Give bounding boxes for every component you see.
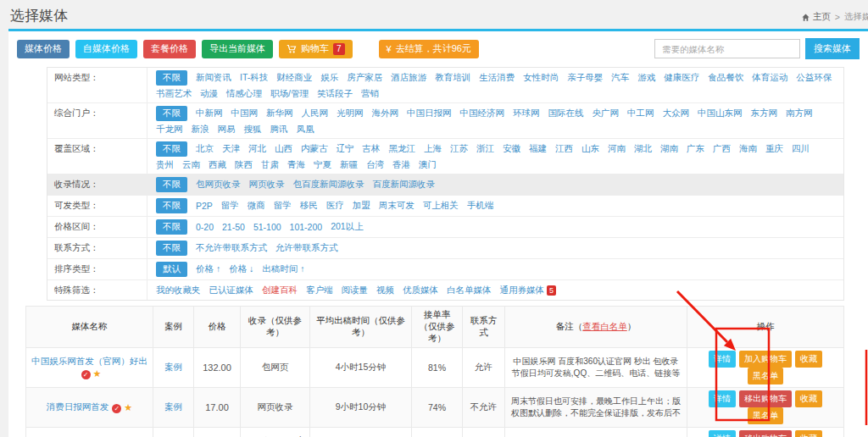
filter-option[interactable]: 加盟 — [353, 200, 370, 212]
filter-option-selected[interactable]: 不限 — [156, 177, 187, 192]
filter-option[interactable]: 亲子母婴 — [567, 72, 603, 84]
filter-option[interactable]: 食品餐饮 — [708, 72, 743, 84]
filter-option[interactable]: 北京 — [196, 143, 214, 155]
filter-option[interactable]: 中工网 — [627, 108, 654, 119]
filter-option[interactable]: 网页收录 — [249, 179, 285, 191]
filter-option[interactable]: 白名单媒体 — [447, 285, 492, 296]
filter-option-selected[interactable]: 不限 — [156, 141, 187, 157]
filter-option[interactable]: 河南 — [608, 143, 626, 155]
filter-option[interactable]: 山西 — [275, 143, 292, 155]
filter-option[interactable]: 留学 — [274, 200, 292, 212]
filter-option[interactable]: 中国经济网 — [460, 108, 505, 119]
filter-option[interactable]: 游戏 — [637, 72, 655, 84]
self-media-price-button[interactable]: 自媒体价格 — [75, 40, 137, 58]
filter-option[interactable]: 新闻资讯 — [196, 72, 231, 84]
filter-option[interactable]: 云南 — [182, 159, 200, 171]
filter-option[interactable]: 价格 ↑ — [196, 263, 220, 275]
filter-option-selected[interactable]: 不限 — [156, 241, 187, 256]
detail-button[interactable]: 详情 — [709, 390, 736, 407]
filter-option[interactable]: 湖北 — [634, 143, 652, 155]
cart-button[interactable]: 购物车7 — [279, 40, 353, 58]
filter-option[interactable]: 女性时尚 — [523, 72, 559, 84]
filter-option[interactable]: 江西 — [555, 143, 573, 155]
filter-option[interactable]: 中国日报网 — [407, 108, 452, 119]
filter-option[interactable]: 允许带联系方式 — [275, 242, 338, 254]
checkout-button[interactable]: ¥去结算，共计96元 — [379, 40, 479, 58]
filter-option[interactable]: 阅读量 — [342, 285, 369, 296]
filter-option[interactable]: 公益环保 — [796, 72, 832, 84]
favorite-button[interactable]: 收藏 — [795, 430, 822, 437]
filter-option[interactable]: 上海 — [424, 143, 442, 155]
filter-option[interactable]: 教育培训 — [435, 72, 470, 84]
filter-option[interactable]: 包百度新闻源收录 — [293, 179, 364, 191]
filter-option[interactable]: 香港 — [392, 159, 410, 171]
filter-option[interactable]: 西藏 — [209, 159, 226, 171]
filter-option[interactable]: 视频 — [376, 285, 394, 296]
filter-option-selected[interactable]: 默认 — [156, 262, 187, 277]
whitelist-link[interactable]: 查看白名单 — [582, 321, 627, 331]
filter-option[interactable]: 新浪 — [192, 124, 209, 136]
filter-option[interactable]: 创建百科 — [262, 285, 298, 296]
filter-option[interactable]: 甘肃 — [261, 159, 279, 171]
filter-option[interactable]: 营销 — [361, 88, 379, 100]
filter-option-selected[interactable]: 不限 — [156, 106, 187, 121]
filter-option[interactable]: 优质媒体 — [403, 285, 438, 296]
filter-option[interactable]: 凤凰 — [297, 124, 314, 136]
filter-option[interactable]: 情感心理 — [226, 88, 262, 100]
filter-option[interactable]: 陕西 — [235, 159, 253, 171]
filter-option[interactable]: 动漫 — [200, 88, 218, 100]
filter-option[interactable]: 安徽 — [503, 143, 520, 155]
filter-option[interactable]: 职场/管理 — [270, 88, 309, 100]
filter-option[interactable]: 我的收藏夹 — [156, 285, 201, 296]
filter-option[interactable]: 搜狐 — [244, 124, 262, 136]
detail-button[interactable]: 详情 — [709, 430, 736, 437]
filter-option[interactable]: 千龙网 — [156, 124, 183, 136]
favorite-button[interactable]: 收藏 — [795, 351, 822, 368]
filter-option[interactable]: 通用券媒体5 — [500, 285, 557, 296]
filter-option[interactable]: 百度新闻源收录 — [373, 179, 436, 191]
filter-option[interactable]: 酒店旅游 — [391, 72, 426, 84]
filter-option[interactable]: 生活消费 — [479, 72, 515, 84]
filter-option[interactable]: 广东 — [687, 143, 704, 155]
filter-option[interactable]: 0-20 — [196, 222, 214, 232]
filter-option[interactable]: IT-科技 — [240, 72, 268, 84]
filter-option[interactable]: 辽宁 — [337, 143, 354, 155]
case-link[interactable]: 案例 — [164, 401, 182, 412]
filter-option[interactable]: 医疗 — [326, 200, 344, 212]
filter-option[interactable]: 河北 — [248, 143, 266, 155]
media-name-link[interactable]: 中国娱乐网首发（官网）好出 — [31, 356, 147, 366]
filter-option[interactable]: 人民网 — [302, 108, 329, 119]
filter-option[interactable]: 网易 — [218, 124, 236, 136]
filter-option[interactable]: 澳门 — [419, 159, 437, 171]
filter-option[interactable]: 宁夏 — [314, 159, 331, 171]
filter-option[interactable]: 移民 — [300, 200, 318, 212]
filter-option[interactable]: 微商 — [248, 200, 265, 212]
search-input[interactable] — [654, 39, 800, 58]
filter-option[interactable]: 浙江 — [476, 143, 494, 155]
filter-option[interactable]: 重庆 — [765, 143, 783, 155]
media-price-button[interactable]: 媒体价格 — [17, 40, 70, 58]
filter-option[interactable]: 周末可发 — [379, 200, 415, 212]
filter-option[interactable]: 中新网 — [196, 108, 223, 119]
filter-option[interactable]: 中国山东网 — [698, 108, 743, 119]
filter-option[interactable]: 天津 — [222, 143, 240, 155]
filter-option[interactable]: 光明网 — [337, 108, 364, 119]
blacklist-button[interactable]: 黑名单 — [748, 368, 783, 384]
filter-option[interactable]: 央广网 — [593, 108, 620, 119]
filter-option[interactable]: 房产家居 — [347, 72, 382, 84]
filter-option[interactable]: 健康医疗 — [664, 72, 699, 84]
filter-option[interactable]: 四川 — [792, 143, 810, 155]
filter-option[interactable]: 留学 — [221, 200, 239, 212]
filter-option[interactable]: 51-100 — [253, 222, 281, 232]
filter-option[interactable]: P2P — [196, 201, 213, 211]
package-price-button[interactable]: 套餐价格 — [143, 40, 196, 58]
search-button[interactable]: 搜索媒体 — [805, 38, 860, 59]
filter-option[interactable]: 可上相关 — [423, 200, 459, 212]
filter-option[interactable]: 财经商业 — [276, 72, 312, 84]
filter-option[interactable]: 汽车 — [611, 72, 629, 84]
case-link[interactable]: 案例 — [164, 362, 182, 372]
filter-option[interactable]: 娱乐 — [320, 72, 338, 84]
filter-option[interactable]: 海外网 — [372, 108, 399, 119]
filter-option[interactable]: 中国网 — [231, 108, 259, 119]
filter-option[interactable]: 出稿时间 ↑ — [262, 263, 304, 275]
